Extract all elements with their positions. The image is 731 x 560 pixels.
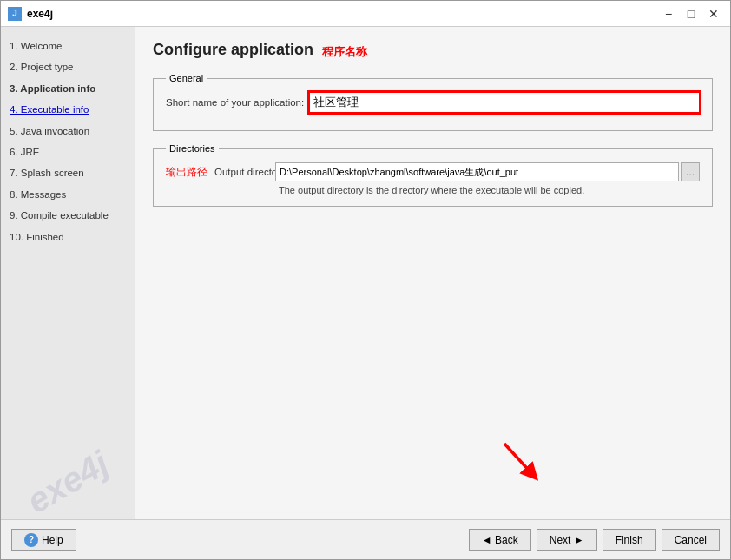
close-button[interactable]: ✕: [704, 4, 723, 23]
footer: ? Help ◄ Back Next ► Finish Cancel: [1, 519, 730, 559]
sidebar-item-java-invocation[interactable]: 5. Java invocation: [1, 121, 135, 142]
next-label: Next ►: [550, 534, 584, 546]
footer-left: ? Help: [11, 529, 76, 551]
page-title-row: Configure application 程序名称: [153, 41, 713, 63]
title-bar-left: J exe4j: [8, 7, 53, 21]
window-title: exe4j: [27, 8, 53, 20]
annotation-title: 程序名称: [322, 44, 367, 60]
page-title: Configure application: [153, 41, 313, 59]
cancel-button[interactable]: Cancel: [662, 529, 720, 551]
sidebar-item-executable-info[interactable]: 4. Executable info: [1, 99, 135, 120]
back-label: ◄ Back: [482, 534, 518, 546]
sidebar-item-app-info[interactable]: 3. Application info: [1, 78, 135, 99]
footer-right: ◄ Back Next ► Finish Cancel: [469, 529, 720, 551]
general-section: General Short name of your application:: [153, 73, 713, 131]
output-dir-row: 输出路径 Output directory: …: [166, 162, 700, 181]
help-button[interactable]: ? Help: [11, 529, 76, 551]
back-button[interactable]: ◄ Back: [469, 529, 531, 551]
sidebar-item-messages[interactable]: 8. Messages: [1, 184, 135, 205]
app-icon: J: [8, 7, 22, 21]
content-area: Configure application 程序名称 General Short…: [135, 27, 730, 519]
main-window: J exe4j − □ ✕ 1. Welcome 2. Project type…: [0, 0, 731, 560]
output-dir-input[interactable]: [275, 162, 679, 181]
help-label: Help: [42, 534, 63, 546]
general-legend: General: [166, 73, 207, 83]
short-name-row: Short name of your application:: [166, 92, 700, 113]
main-content: 1. Welcome 2. Project type 3. Applicatio…: [1, 27, 730, 519]
title-controls: − □ ✕: [659, 4, 723, 23]
sidebar-item-finished[interactable]: 10. Finished: [1, 227, 135, 247]
sidebar-item-project-type[interactable]: 2. Project type: [1, 56, 135, 77]
sidebar: 1. Welcome 2. Project type 3. Applicatio…: [1, 27, 135, 519]
next-button[interactable]: Next ►: [537, 529, 597, 551]
maximize-button[interactable]: □: [682, 4, 701, 23]
help-icon: ?: [24, 533, 38, 547]
finish-button[interactable]: Finish: [603, 529, 656, 551]
sidebar-watermark: exe4j: [1, 432, 135, 519]
directories-section: Directories 输出路径 Output directory: … The…: [153, 143, 713, 207]
browse-button[interactable]: …: [681, 162, 700, 181]
sidebar-item-welcome[interactable]: 1. Welcome: [1, 36, 135, 56]
cancel-label: Cancel: [675, 534, 707, 546]
sidebar-item-splash-screen[interactable]: 7. Splash screen: [1, 162, 135, 183]
short-name-input[interactable]: [309, 92, 700, 113]
output-dir-hint: The output directory is the directory wh…: [279, 185, 700, 195]
finish-label: Finish: [616, 534, 643, 546]
sidebar-item-jre[interactable]: 6. JRE: [1, 142, 135, 162]
title-bar: J exe4j − □ ✕: [1, 1, 730, 27]
annotation-output: 输出路径: [166, 165, 207, 180]
short-name-label: Short name of your application:: [166, 97, 304, 108]
sidebar-item-compile-executable[interactable]: 9. Compile executable: [1, 205, 135, 226]
directories-legend: Directories: [166, 143, 219, 154]
minimize-button[interactable]: −: [659, 4, 678, 23]
